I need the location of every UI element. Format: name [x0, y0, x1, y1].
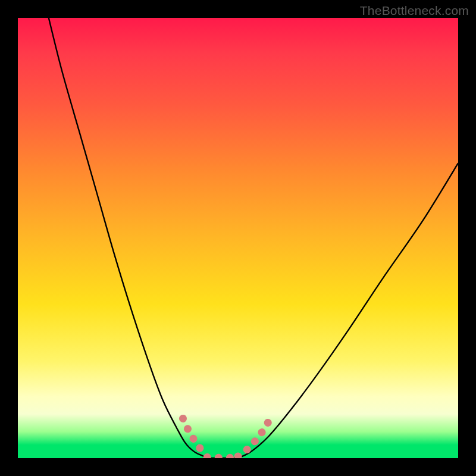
highlight-right: [238, 421, 269, 456]
watermark-text: TheBottleneck.com: [360, 4, 469, 18]
right-curve: [238, 163, 458, 458]
highlight-left: [183, 418, 208, 456]
curve-canvas: [18, 18, 458, 458]
chart-frame: [18, 18, 458, 458]
left-curve: [49, 18, 207, 458]
